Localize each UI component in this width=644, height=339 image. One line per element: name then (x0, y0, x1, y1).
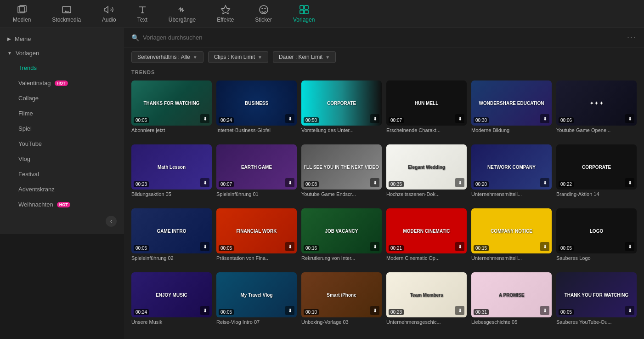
right-panel: 🔍 ··· Seitenverhältnis : Alle▼Clips : Ke… (124, 28, 644, 339)
template-download-button[interactable]: ⬇ (285, 178, 294, 187)
sidebar-item-collage[interactable]: Collage (0, 91, 124, 106)
toolbar-item-audio[interactable]: Audio (98, 3, 120, 25)
sidebar-item-weihnachten[interactable]: WeihnachtenHOT (0, 197, 124, 212)
toolbar-item-medien[interactable]: Medien (9, 3, 34, 25)
template-card[interactable]: Smart iPhone00:10⬇Unboxing-Vorlage 03 (301, 272, 382, 332)
template-card[interactable]: Math Lesson00:23⬇Bildungsaktion 05 (131, 144, 212, 204)
sidebar-item-filme[interactable]: Filme (0, 106, 124, 121)
template-download-button[interactable]: ⬇ (540, 242, 549, 251)
template-card[interactable]: My Travel Vlog00:05⬇Reise-Vlog Intro 07 (216, 272, 297, 332)
sidebar-wrapper: ▶Meine▼VorlagenTrendsValentinstagHOTColl… (0, 28, 124, 339)
template-duration: 00:21 (389, 245, 404, 251)
more-options-button[interactable]: ··· (627, 33, 637, 42)
filter-clips[interactable]: Clips : Kein Limit▼ (208, 51, 268, 63)
toolbar-label-medien: Medien (13, 17, 31, 23)
sidebar-collapse-button[interactable]: ‹ (106, 216, 117, 227)
filter-duration[interactable]: Dauer : Kein Limit▼ (273, 51, 336, 63)
template-card[interactable]: EARTH GAME00:07⬇Spieleinführung 01 (216, 144, 297, 204)
sidebar-item-festival[interactable]: Festival (0, 167, 124, 182)
filters-bar: Seitenverhältnis : Alle▼Clips : Kein Lim… (124, 47, 644, 67)
toolbar-item-stockmedia[interactable]: Stockmedia (48, 3, 85, 25)
template-card[interactable]: LOGO00:05⬇Sauberes Logo (556, 208, 637, 268)
template-download-button[interactable]: ⬇ (370, 306, 379, 315)
sidebar-item-spiel[interactable]: Spiel (0, 121, 124, 136)
toolbar-item-uebergaenge[interactable]: Übergänge (165, 3, 199, 25)
template-title: Bildungsaktion 05 (131, 190, 212, 198)
template-download-button[interactable]: ⬇ (625, 178, 634, 187)
template-card[interactable]: FINANCIAL WORK00:05⬇Präsentation von Fin… (216, 208, 297, 268)
template-card[interactable]: ENJOY MUSIC00:24⬇Unsere Musik (131, 272, 212, 332)
template-download-button[interactable]: ⬇ (285, 306, 294, 315)
sidebar-item-adventskranz[interactable]: Adventskranz (0, 182, 124, 197)
template-download-button[interactable]: ⬇ (200, 242, 209, 251)
template-download-button[interactable]: ⬇ (285, 242, 294, 251)
template-card[interactable]: BUSINESS00:24⬇Internet-Business-Gipfel (216, 80, 297, 140)
toolbar-label-stockmedia: Stockmedia (52, 17, 81, 23)
sidebar-group-label-meine: Meine (15, 35, 31, 42)
template-title: Youtube Game Endscr... (301, 190, 382, 198)
template-download-button[interactable]: ⬇ (455, 306, 464, 315)
template-card[interactable]: ✦ ✦ ✦00:06⬇Youtube Game Opene... (556, 80, 637, 140)
template-duration: 00:24 (134, 309, 149, 315)
sidebar-item-trends[interactable]: Trends (0, 60, 124, 75)
template-card[interactable]: GAME INTRO00:05⬇Spieleinführung 02 (131, 208, 212, 268)
template-card[interactable]: A PROMISE00:31⬇Liebesgeschichte 05 (471, 272, 552, 332)
sidebar-item-youtube[interactable]: YouTube (0, 136, 124, 151)
template-card[interactable]: WONDERSHARE EDUCATION00:30⬇Moderne Bildu… (471, 80, 552, 140)
template-download-button[interactable]: ⬇ (540, 178, 549, 187)
sidebar-item-vlog[interactable]: Vlog (0, 151, 124, 167)
toolbar-item-effekte[interactable]: Effekte (213, 3, 237, 25)
sidebar-item-label-vlog: Vlog (18, 155, 30, 162)
badge-valentinstag: HOT (55, 80, 68, 86)
toolbar-label-text: Text (137, 17, 147, 23)
template-title: Modern Cinematic Op... (386, 253, 467, 262)
filter-label-duration: Dauer : Kein Limit (279, 54, 322, 60)
toolbar-item-text[interactable]: Text (134, 3, 151, 25)
template-card[interactable]: Elegant Wedding00:35⬇Hochzeitsszenen-Dok… (386, 144, 467, 204)
template-card[interactable]: THANK YOU FOR WATCHING00:05⬇Sauberes You… (556, 272, 637, 332)
template-download-button[interactable]: ⬇ (455, 178, 464, 187)
template-download-button[interactable]: ⬇ (285, 114, 294, 123)
template-download-button[interactable]: ⬇ (625, 242, 634, 251)
template-duration: 00:10 (304, 309, 319, 315)
template-card[interactable]: HUN MELL00:07⬇Erscheinende Charakt... (386, 80, 467, 140)
template-card[interactable]: NETWORK COMPANY00:20⬇Unternehmensmitteil… (471, 144, 552, 204)
text-icon (137, 5, 147, 15)
template-download-button[interactable]: ⬇ (200, 306, 209, 315)
toolbar-item-vorlagen[interactable]: Vorlagen (289, 3, 318, 25)
sidebar-group-vorlagen[interactable]: ▼Vorlagen (0, 46, 124, 60)
template-download-button[interactable]: ⬇ (540, 114, 549, 123)
sidebar-item-label-spiel: Spiel (18, 125, 32, 132)
template-download-button[interactable]: ⬇ (540, 306, 549, 315)
template-card[interactable]: I'LL SEE YOU IN THE NEXT VIDEO00:08⬇Yout… (301, 144, 382, 204)
template-card[interactable]: COMPANY NOTICE00:15⬇Unternehmensmitteil.… (471, 208, 552, 268)
search-input[interactable] (143, 34, 623, 41)
filter-aspect[interactable]: Seitenverhältnis : Alle▼ (131, 51, 203, 63)
template-download-button[interactable]: ⬇ (455, 242, 464, 251)
filter-arrow-clips: ▼ (258, 55, 262, 60)
effekte-icon (220, 5, 231, 15)
sidebar-group-meine[interactable]: ▶Meine (0, 32, 124, 46)
template-download-button[interactable]: ⬇ (455, 114, 464, 123)
template-card[interactable]: THANKS FOR WATCHING00:05⬇Abonniere jetzt (131, 80, 212, 140)
template-card[interactable]: JOB VACANCY00:16⬇Rekrutierung von Inter.… (301, 208, 382, 268)
template-title: Vorstellung des Unter... (301, 126, 382, 134)
sidebar-item-valentinstag[interactable]: ValentinstagHOT (0, 75, 124, 91)
template-duration: 00:15 (474, 245, 489, 251)
template-download-button[interactable]: ⬇ (370, 178, 379, 187)
template-duration: 00:16 (304, 245, 319, 251)
template-card[interactable]: MODERN CINEMATIC00:21⬇Modern Cinematic O… (386, 208, 467, 268)
sidebar-group-label-vorlagen: Vorlagen (16, 50, 39, 57)
template-card[interactable]: Team Members00:23⬇Unternehmensgeschic... (386, 272, 467, 332)
template-download-button[interactable]: ⬇ (370, 242, 379, 251)
toolbar: Medien Stockmedia Audio Text Übergänge E… (0, 0, 644, 28)
template-card[interactable]: CORPORATE00:50⬇Vorstellung des Unter... (301, 80, 382, 140)
template-download-button[interactable]: ⬇ (625, 114, 634, 123)
template-card[interactable]: CORPORATE00:22⬇Branding-Aktion 14 (556, 144, 637, 204)
template-download-button[interactable]: ⬇ (625, 306, 634, 315)
template-download-button[interactable]: ⬇ (200, 178, 209, 187)
template-title: Reise-Vlog Intro 07 (216, 317, 297, 326)
template-download-button[interactable]: ⬇ (200, 114, 209, 123)
toolbar-item-sticker[interactable]: Sticker (251, 3, 276, 25)
template-download-button[interactable]: ⬇ (370, 114, 379, 123)
